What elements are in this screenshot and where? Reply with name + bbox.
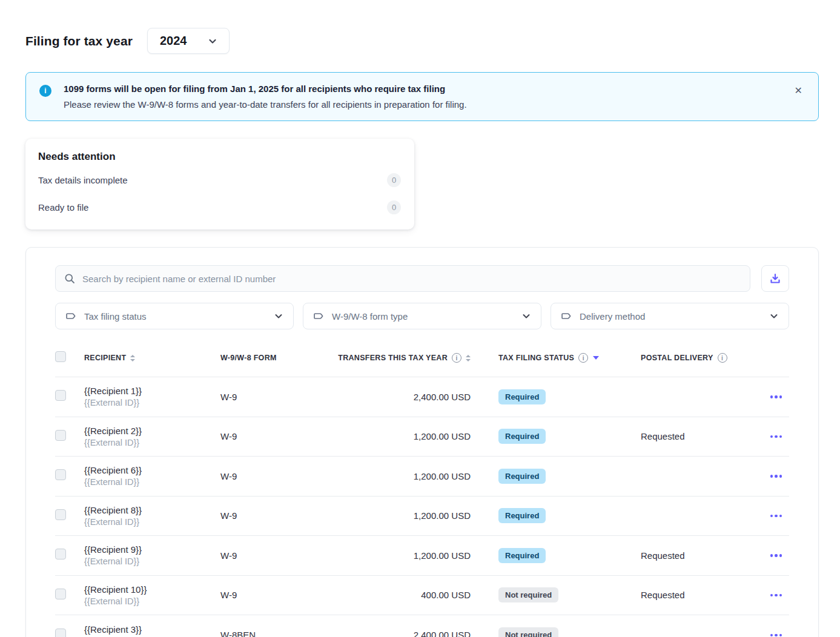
row-menu-button[interactable] <box>769 471 784 481</box>
search-input[interactable] <box>82 274 741 284</box>
form-type: W-9 <box>220 510 320 521</box>
sort-icon <box>466 355 471 361</box>
row-menu-button[interactable] <box>769 432 784 442</box>
table-row: {{Recipient 2}} {{External ID}} W-9 1,20… <box>55 417 789 457</box>
sort-icon <box>130 355 135 361</box>
row-checkbox[interactable] <box>55 509 66 520</box>
tax-filing-page: Filing for tax year 2024 i 1099 forms wi… <box>0 0 840 637</box>
transfer-amount: 400.00 USD <box>320 590 471 600</box>
table-header: RECIPIENT W-9/W-8 FORM TRANSFERS THIS TA… <box>55 344 789 377</box>
table-row: {{Recipient 10}} {{External ID}} W-9 400… <box>55 576 789 616</box>
tag-icon <box>313 311 324 322</box>
item-label: Ready to file <box>38 202 88 213</box>
form-type: W-9 <box>220 431 320 441</box>
chevron-down-icon <box>274 311 283 321</box>
column-label: TRANSFERS THIS TAX YEAR <box>338 354 448 362</box>
row-menu-button[interactable] <box>769 550 784 561</box>
row-menu-button[interactable] <box>769 590 784 601</box>
column-header-transfers[interactable]: TRANSFERS THIS TAX YEAR i <box>320 353 471 363</box>
status-badge: Required <box>498 389 546 404</box>
info-icon: i <box>39 85 51 97</box>
count-badge: 0 <box>387 200 401 214</box>
search-row <box>55 265 789 292</box>
filing-info-banner: i 1099 forms will be open for filing fro… <box>25 72 819 121</box>
transfer-amount: 1,200.00 USD <box>320 550 471 561</box>
column-header-postal[interactable]: POSTAL DELIVERY i <box>613 353 743 363</box>
filter-tax-filing-status[interactable]: Tax filing status <box>55 303 294 329</box>
filter-delivery-method[interactable]: Delivery method <box>551 303 789 329</box>
banner-description: Please review the W-9/W-8 forms and year… <box>64 99 779 110</box>
tax-year-value: 2024 <box>160 34 187 48</box>
tax-year-select[interactable]: 2024 <box>147 28 230 54</box>
recipient-name: {{Recipient 8}} <box>84 505 220 515</box>
row-checkbox[interactable] <box>55 430 66 441</box>
row-menu-button[interactable] <box>769 630 784 637</box>
recipient-external-id: {{External ID}} <box>84 398 220 408</box>
recipient-external-id: {{External ID}} <box>84 477 220 487</box>
download-icon <box>769 272 781 285</box>
chevron-down-icon <box>521 311 531 321</box>
needs-attention-item-tax-details[interactable]: Tax details incomplete 0 <box>38 167 401 194</box>
needs-attention-item-ready-to-file[interactable]: Ready to file 0 <box>38 194 401 221</box>
select-all-checkbox[interactable] <box>55 351 66 362</box>
column-header-form[interactable]: W-9/W-8 FORM <box>220 354 320 362</box>
column-label: POSTAL DELIVERY <box>641 354 713 362</box>
transfer-amount: 2,400.00 USD <box>320 630 471 637</box>
page-title: Filing for tax year <box>25 34 133 48</box>
transfer-amount: 2,400.00 USD <box>320 392 471 402</box>
recipient-external-id: {{External ID}} <box>84 596 220 606</box>
form-type: W-9 <box>220 550 320 561</box>
transfer-amount: 1,200.00 USD <box>320 510 471 521</box>
info-icon[interactable]: i <box>718 353 727 363</box>
row-menu-button[interactable] <box>769 511 784 521</box>
sort-desc-icon <box>593 356 599 360</box>
transfer-amount: 1,200.00 USD <box>320 431 471 441</box>
form-type: W-8BEN <box>220 630 320 637</box>
row-checkbox[interactable] <box>55 589 66 599</box>
filter-label: W-9/W-8 form type <box>332 311 514 322</box>
chevron-down-icon <box>207 36 218 47</box>
column-header-status[interactable]: TAX FILING STATUS i <box>471 353 613 363</box>
recipient-name: {{Recipient 3}} <box>84 624 220 635</box>
postal-delivery: Requested <box>613 550 743 561</box>
column-label: TAX FILING STATUS <box>498 354 574 362</box>
export-button[interactable] <box>761 265 789 292</box>
item-label: Tax details incomplete <box>38 175 128 185</box>
row-checkbox[interactable] <box>55 629 66 637</box>
tag-icon <box>561 311 572 322</box>
recipients-table-card: Tax filing status W-9/W-8 form type Deli <box>25 247 819 637</box>
form-type: W-9 <box>220 590 320 600</box>
status-badge: Required <box>498 508 546 523</box>
recipient-name: {{Recipient 2}} <box>84 426 220 436</box>
column-label: RECIPIENT <box>84 354 126 362</box>
info-icon[interactable]: i <box>452 353 461 363</box>
filter-label: Tax filing status <box>84 311 266 322</box>
filter-form-type[interactable]: W-9/W-8 form type <box>303 303 541 329</box>
chevron-down-icon <box>769 311 779 321</box>
postal-delivery: Requested <box>613 431 743 441</box>
status-badge: Required <box>498 429 546 444</box>
form-type: W-9 <box>220 471 320 481</box>
table-row: {{Recipient 1}} {{External ID}} W-9 2,40… <box>55 377 789 417</box>
transfer-amount: 1,200.00 USD <box>320 471 471 481</box>
close-icon[interactable]: ✕ <box>791 85 806 97</box>
column-header-recipient[interactable]: RECIPIENT <box>84 354 220 362</box>
banner-text: 1099 forms will be open for filing from … <box>64 84 779 110</box>
row-menu-button[interactable] <box>769 392 784 402</box>
needs-attention-title: Needs attention <box>38 151 401 163</box>
recipient-name: {{Recipient 1}} <box>84 386 220 396</box>
filter-label: Delivery method <box>580 311 761 322</box>
tag-icon <box>65 311 76 322</box>
status-badge: Required <box>498 548 546 563</box>
info-icon[interactable]: i <box>578 353 588 363</box>
row-checkbox[interactable] <box>55 469 66 480</box>
row-checkbox[interactable] <box>55 390 66 401</box>
postal-delivery: Requested <box>613 590 743 600</box>
needs-attention-card: Needs attention Tax details incomplete 0… <box>25 139 414 229</box>
column-label: W-9/W-8 FORM <box>220 354 277 362</box>
table-row: {{Recipient 9}} {{External ID}} W-9 1,20… <box>55 536 789 576</box>
search-icon <box>64 273 75 284</box>
table-row: {{Recipient 3}} {{External ID}} W-8BEN 2… <box>55 615 789 637</box>
table-row: {{Recipient 6}} {{External ID}} W-9 1,20… <box>55 457 789 497</box>
row-checkbox[interactable] <box>55 549 66 559</box>
